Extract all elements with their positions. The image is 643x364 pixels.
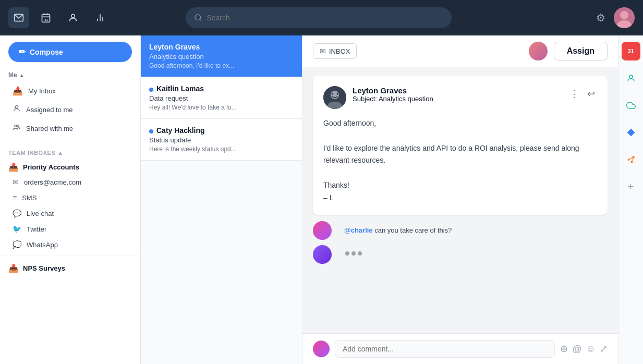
svg-point-21 (337, 93, 338, 95)
far-right-panel: 31 + (618, 35, 643, 364)
search-icon (194, 14, 202, 22)
me-section-header[interactable]: Me ▲ (0, 68, 140, 82)
far-right-add-icon[interactable]: + (622, 177, 640, 196)
far-right-hubspot-icon[interactable] (622, 150, 640, 169)
comment-section: @charlie can you take care of this? (313, 221, 608, 264)
assign-button[interactable]: Assign (554, 42, 608, 60)
sender-info: Leyton Graves Subject: Analytics questio… (353, 86, 561, 103)
typing-indicator (337, 245, 370, 262)
divider-2 (0, 256, 140, 256)
comment-input[interactable] (335, 340, 555, 358)
comment-input-area: ⊕ @ ☺ ⤢ (302, 333, 618, 364)
emoji-icon-button[interactable]: ☺ (586, 344, 596, 355)
divider (0, 141, 140, 141)
sidebar-item-nps-surveys[interactable]: 📥 NPS Surveys (0, 259, 140, 275)
conversations-panel: Leyton Graves Analytics question Good af… (141, 35, 302, 364)
svg-point-26 (630, 161, 633, 163)
calendar-nav-icon[interactable]: 31 (35, 7, 56, 28)
email-actions: ⋮ ↩ (567, 86, 597, 102)
top-navigation: 31 ⚙ (0, 0, 643, 35)
sidebar-item-live-chat[interactable]: 💬 Live chat (0, 205, 140, 221)
assign-avatar (529, 42, 548, 60)
expand-icon-button[interactable]: ⤢ (600, 343, 608, 355)
email-body-area: Leyton Graves Subject: Analytics questio… (302, 67, 618, 333)
sidebar-item-orders[interactable]: ✉ orders@acme.com (0, 174, 140, 190)
chat-icon: 💬 (13, 209, 21, 217)
chevron-up-icon: ▲ (19, 72, 25, 78)
sidebar-item-sms[interactable]: ≡ SMS (0, 190, 140, 205)
svg-point-16 (15, 125, 17, 127)
compose-button[interactable]: ✏ Compose (8, 42, 132, 62)
email-body-text: Good afternoon, I'd like to explore the … (323, 117, 597, 204)
conv-name-2: Caty Hackling (156, 126, 205, 135)
conv-preview-2: Here is the weekly status upd... (149, 145, 294, 153)
sidebar-item-my-inbox[interactable]: 📥 My Inbox (4, 82, 136, 100)
inbox-icon: 📥 (13, 86, 23, 96)
reply-button[interactable]: ↩ (585, 86, 597, 102)
sms-icon: ≡ (13, 193, 17, 202)
far-right-cloud-icon[interactable] (622, 96, 640, 115)
add-icon-button[interactable]: ⊕ (560, 343, 568, 355)
sender-subject: Subject: Analytics question (353, 95, 561, 103)
compose-icon: ✏ (19, 47, 26, 57)
sidebar-item-twitter[interactable]: 🐦 Twitter (0, 221, 140, 237)
conv-subject-0: Analytics question (149, 53, 294, 60)
svg-point-23 (629, 75, 633, 78)
email-content-panel: ✉ INBOX Assign (302, 35, 618, 364)
sender-avatar-inner (323, 86, 346, 109)
more-options-button[interactable]: ⋮ (567, 86, 581, 102)
email-header: ✉ INBOX Assign (302, 35, 618, 67)
comment-item-0: @charlie can you take care of this? (313, 221, 608, 240)
conv-name-0: Leyton Graves (149, 43, 200, 51)
svg-line-11 (200, 19, 201, 21)
svg-text:31: 31 (45, 18, 48, 21)
chevron-up-icon-team: ▲ (57, 150, 63, 156)
svg-point-6 (71, 14, 75, 18)
far-right-calendar-icon[interactable]: 31 (622, 42, 640, 60)
settings-icon[interactable]: ⚙ (596, 11, 605, 24)
sidebar-item-priority-accounts[interactable]: 📥 Priority Accounts (0, 158, 140, 174)
svg-line-28 (629, 158, 632, 160)
far-right-diamond-icon[interactable] (622, 123, 640, 142)
typing-dot-2 (351, 251, 356, 256)
comment-input-avatar (313, 341, 330, 357)
team-inboxes-header[interactable]: Team Inboxes ▲ (0, 144, 140, 158)
sidebar-item-assigned-to-me[interactable]: Assigned to me (4, 100, 136, 119)
typing-dot-1 (345, 251, 349, 256)
inbox-nav-icon[interactable] (8, 7, 29, 28)
svg-point-13 (620, 11, 628, 19)
inbox-badge-icon: ✉ (320, 47, 326, 55)
sidebar-item-whatsapp[interactable]: 💭 WhatsApp (0, 237, 140, 252)
whatsapp-icon: 💭 (13, 240, 21, 249)
typing-dot-3 (358, 251, 362, 256)
svg-point-17 (17, 125, 19, 127)
search-bar[interactable] (186, 7, 452, 28)
charts-nav-icon[interactable] (90, 7, 111, 28)
svg-point-25 (627, 159, 629, 161)
user-avatar-top[interactable] (614, 7, 635, 28)
conversation-item-2[interactable]: Caty Hackling Status update Here is the … (141, 119, 302, 161)
assigned-to-me-label: Assigned to me (26, 106, 73, 114)
comment-text-0: can you take care of this? (373, 226, 452, 234)
input-actions: ⊕ @ ☺ ⤢ (560, 343, 608, 355)
compose-label: Compose (30, 48, 63, 56)
main-layout: ✏ Compose Me ▲ 📥 My Inbox Assigned to me (0, 35, 643, 364)
conversation-item-1[interactable]: Kaitlin Lamas Data request Hey all! We'd… (141, 77, 302, 119)
svg-point-24 (632, 156, 635, 159)
contacts-nav-icon[interactable] (63, 7, 83, 28)
my-inbox-label: My Inbox (28, 87, 56, 95)
svg-line-27 (632, 159, 633, 161)
far-right-contact-icon[interactable] (622, 69, 640, 88)
conv-name-1: Kaitlin Lamas (156, 84, 204, 93)
sender-name: Leyton Graves (353, 86, 561, 95)
inbox-badge-label: INBOX (329, 47, 350, 55)
search-input[interactable] (207, 14, 443, 22)
mention-icon-button[interactable]: @ (572, 344, 581, 355)
sidebar-item-shared-with-me[interactable]: Shared with me (4, 119, 136, 138)
conv-preview-0: Good afternoon, I'd like to ex... (149, 62, 294, 69)
email-from-row: Leyton Graves Subject: Analytics questio… (323, 86, 597, 109)
conv-preview-1: Hey all! We'd love to take a lo... (149, 104, 294, 111)
conversation-item-0[interactable]: Leyton Graves Analytics question Good af… (141, 35, 302, 77)
comment-item-1 (313, 245, 608, 264)
svg-point-20 (332, 93, 333, 95)
